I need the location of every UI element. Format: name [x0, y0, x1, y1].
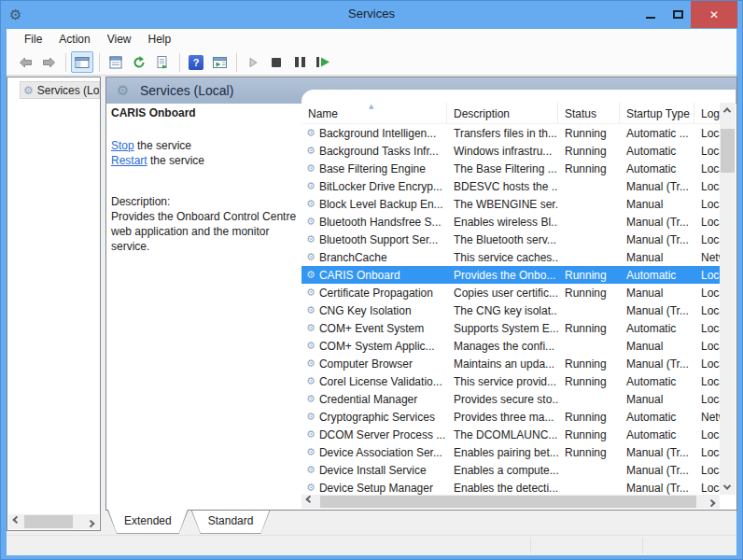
toolbar: ?: [7, 49, 736, 76]
extended-view-button[interactable]: [208, 51, 231, 73]
service-description: Manages the confi...: [447, 340, 558, 353]
table-row[interactable]: ⚙Certificate PropagationCopies user cert…: [301, 284, 720, 301]
table-row[interactable]: ⚙COM+ System Applic...Manages the confi.…: [301, 337, 720, 355]
scroll-left-arrow[interactable]: [301, 494, 316, 509]
scroll-right-arrow[interactable]: [84, 514, 99, 529]
table-row[interactable]: ⚙DCOM Server Process ...The DCOMLAUNC...…: [301, 426, 720, 443]
tree-item-services-local[interactable]: ⚙ Services (Loca: [20, 81, 100, 99]
service-status: Running: [558, 287, 620, 300]
table-row[interactable]: ⚙Device Association Ser...Enables pairin…: [301, 443, 720, 461]
restart-service-link[interactable]: Restart: [111, 154, 147, 167]
table-row[interactable]: ⚙Device Setup ManagerEnables the detecti…: [301, 479, 720, 495]
menu-view[interactable]: View: [99, 31, 140, 48]
service-startup-type: Manual (Tr...: [620, 216, 694, 229]
menu-file[interactable]: File: [16, 31, 50, 48]
service-gear-icon: ⚙: [306, 393, 315, 405]
maximize-icon: [673, 10, 683, 19]
status-bar: [7, 535, 736, 555]
tab-extended[interactable]: Extended: [107, 511, 189, 534]
window-title: Services: [1, 7, 742, 21]
menu-help[interactable]: Help: [140, 31, 180, 48]
service-log-on-as: Loca: [694, 428, 720, 441]
refresh-button[interactable]: [128, 51, 150, 73]
service-description: The Bluetooth serv...: [447, 233, 558, 246]
tree-horizontal-scrollbar[interactable]: [8, 514, 99, 529]
table-row[interactable]: ⚙Bluetooth Handsfree S...Enables wireles…: [301, 213, 720, 231]
table-row[interactable]: ⚙Credential ManagerProvides secure sto..…: [301, 390, 720, 408]
properties-button[interactable]: [105, 51, 127, 73]
service-name: Background Intelligen...: [319, 127, 436, 140]
extended-view-icon: [212, 55, 228, 70]
tab-standard[interactable]: Standard: [191, 511, 271, 534]
scroll-right-arrow[interactable]: [705, 494, 720, 509]
stop-service-button[interactable]: [265, 51, 287, 73]
service-description: The WBENGINE ser...: [447, 198, 558, 211]
forward-button[interactable]: [37, 51, 60, 73]
table-row[interactable]: ⚙Corel License Validatio...This service …: [301, 372, 720, 390]
restart-link-suffix: the service: [147, 154, 204, 167]
column-header-status[interactable]: Status: [558, 103, 620, 123]
scroll-down-arrow[interactable]: [720, 480, 735, 495]
maximize-button[interactable]: [665, 1, 692, 28]
column-header-name[interactable]: ▲ Name: [301, 103, 447, 123]
help-icon: ?: [189, 55, 203, 70]
scrollbar-thumb[interactable]: [721, 129, 735, 173]
service-gear-icon: ⚙: [306, 446, 315, 458]
stop-service-link[interactable]: Stop: [111, 139, 134, 152]
scrollbar-thumb[interactable]: [320, 496, 696, 508]
pane-header-title: Services (Local): [140, 83, 233, 98]
service-log-on-as: Loca: [694, 357, 720, 371]
table-row[interactable]: ⚙Base Filtering EngineThe Base Filtering…: [301, 160, 720, 177]
toolbar-separator: [65, 53, 66, 72]
minimize-button[interactable]: [637, 1, 664, 28]
table-row[interactable]: ⚙BranchCacheThis service caches...Manual…: [301, 248, 720, 266]
menu-action[interactable]: Action: [50, 31, 98, 48]
service-startup-type: Automatic: [620, 411, 694, 424]
service-description: Provides the Onbo...: [447, 269, 558, 282]
help-button[interactable]: ?: [185, 51, 207, 73]
table-row[interactable]: ⚙CARIS OnboardProvides the Onbo...Runnin…: [301, 266, 720, 284]
back-button[interactable]: [14, 51, 36, 73]
console-tree-pane: ⚙ Services (Loca: [7, 77, 101, 531]
table-row[interactable]: ⚙Computer BrowserMaintains an upda...Run…: [301, 355, 720, 372]
service-log-on-as: Loca: [694, 340, 720, 353]
column-header-description[interactable]: Description: [447, 103, 558, 123]
vertical-scrollbar[interactable]: [720, 103, 736, 495]
column-header-startup-type[interactable]: Startup Type: [620, 103, 694, 123]
table-row[interactable]: ⚙Background Intelligen...Transfers files…: [301, 124, 720, 142]
service-startup-type: Manual (Tr...: [620, 233, 694, 246]
service-name: Bluetooth Support Ser...: [319, 233, 438, 246]
column-header-log-on-as[interactable]: Log: [694, 103, 720, 123]
scroll-up-arrow[interactable]: [720, 103, 735, 118]
service-gear-icon: ⚙: [306, 233, 315, 245]
close-button[interactable]: ✕: [691, 1, 737, 28]
scrollbar-thumb[interactable]: [24, 515, 73, 528]
service-log-on-as: Loca: [694, 464, 720, 477]
pause-service-button[interactable]: [288, 51, 311, 73]
scroll-left-arrow[interactable]: [8, 514, 23, 529]
service-startup-type: Manual: [620, 393, 694, 406]
horizontal-scrollbar[interactable]: [301, 495, 720, 509]
service-gear-icon: ⚙: [306, 340, 315, 352]
export-list-button[interactable]: [151, 51, 174, 73]
service-name: Corel License Validatio...: [319, 375, 442, 388]
start-service-button[interactable]: [242, 51, 264, 73]
titlebar[interactable]: ⚙ Services ✕: [1, 1, 742, 29]
service-description: Transfers files in th...: [447, 127, 558, 140]
table-body: ⚙Background Intelligen...Transfers files…: [301, 124, 720, 495]
table-row[interactable]: ⚙CNG Key IsolationThe CNG key isolat...M…: [301, 301, 720, 319]
restart-service-button[interactable]: [312, 51, 334, 73]
service-description: Provides secure sto...: [447, 393, 558, 406]
table-row[interactable]: ⚙Device Install ServiceEnables a compute…: [301, 461, 720, 479]
table-row[interactable]: ⚙Block Level Backup En...The WBENGINE se…: [301, 195, 720, 213]
show-console-tree-button[interactable]: [71, 51, 93, 73]
view-tabs: Extended Standard: [107, 511, 273, 534]
service-startup-type: Manual (Tr...: [620, 357, 694, 371]
service-status: Running: [558, 269, 620, 282]
table-row[interactable]: ⚙BitLocker Drive Encryp...BDESVC hosts t…: [301, 177, 720, 195]
table-row[interactable]: ⚙Background Tasks Infr...Windows infrast…: [301, 142, 720, 160]
table-row[interactable]: ⚙COM+ Event SystemSupports System E...Ru…: [301, 319, 720, 337]
table-row[interactable]: ⚙Bluetooth Support Ser...The Bluetooth s…: [301, 231, 720, 248]
service-name: CNG Key Isolation: [319, 304, 412, 317]
table-row[interactable]: ⚙Cryptographic ServicesProvides three ma…: [301, 408, 720, 426]
